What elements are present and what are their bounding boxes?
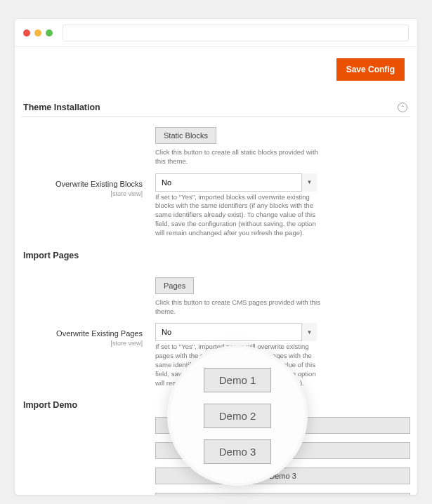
save-config-button[interactable]: Save Config [336, 58, 405, 81]
pages-button[interactable]: Pages [155, 277, 194, 294]
field-label: Overwrite Existing Blocks [55, 180, 143, 188]
window-controls [23, 29, 53, 37]
section-header-pages: Import Pages [22, 241, 410, 267]
collapse-icon[interactable]: ⌃ [398, 102, 407, 112]
field-scope: [store view] [22, 340, 143, 347]
action-bar: Save Config [22, 53, 410, 94]
hint-text: Click this button to create all static b… [155, 148, 324, 166]
zoom-lens: Demo 1 Demo 2 Demo 3 [167, 345, 308, 486]
titlebar [15, 19, 417, 47]
address-bar[interactable] [63, 25, 409, 41]
section-header-install[interactable]: Theme Installation ⌃ [22, 98, 410, 117]
minimize-icon[interactable] [34, 29, 41, 37]
static-blocks-button[interactable]: Static Blocks [155, 127, 216, 144]
field-label: Overwrite Existing Pages [56, 329, 143, 338]
maximize-icon[interactable] [46, 29, 53, 37]
demo-button-zoom[interactable]: Demo 3 [204, 439, 271, 464]
demo-button-zoom[interactable]: Demo 1 [204, 368, 271, 392]
hint-text: Click this button to create CMS pages pr… [155, 298, 324, 317]
demo-button[interactable]: Demo 4 [155, 493, 410, 496]
field-scope: [store view] [22, 190, 143, 197]
close-icon[interactable] [23, 29, 30, 37]
hint-text: If set to "Yes", imported blocks will ov… [155, 193, 324, 238]
section-title: Theme Installation [23, 102, 100, 112]
overwrite-blocks-select[interactable]: No [155, 173, 317, 192]
overwrite-pages-select[interactable]: No [155, 323, 317, 341]
demo-button-zoom[interactable]: Demo 2 [204, 404, 271, 428]
section-install: Static Blocks Click this button to creat… [22, 117, 410, 238]
